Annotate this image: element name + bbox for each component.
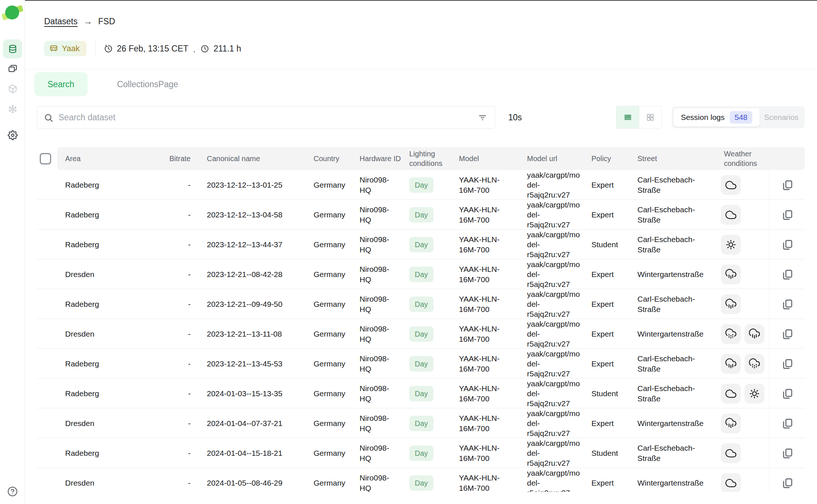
scenarios-segment[interactable]: Scenarios [760, 113, 803, 122]
cell-canonical-name: 2024-01-05--08-46-29 [199, 478, 305, 488]
col-header-hardware-id[interactable]: Hardware ID [351, 154, 401, 163]
col-header-street[interactable]: Street [629, 154, 716, 163]
cell-policy: Expert [583, 418, 629, 429]
session-logs-segment[interactable]: Session logs 548 [673, 108, 760, 127]
col-header-weather-conditions[interactable]: Weather conditions [716, 149, 769, 168]
copy-button[interactable] [779, 475, 796, 491]
list-view-button[interactable] [616, 106, 639, 128]
cell-model-url: yaak/cargpt/model-r5ajq2ru:v27 [519, 230, 583, 260]
copy-button[interactable] [779, 386, 796, 402]
col-header-area[interactable]: Area [57, 154, 162, 163]
sidebar-item-packages[interactable] [3, 79, 22, 98]
cell-hardware-id: Niro098-HQ [351, 354, 401, 374]
tab-collections-page[interactable]: CollectionsPage [104, 72, 191, 96]
cell-hardware-id: Niro098-HQ [351, 234, 401, 255]
cell-lighting: Day [401, 207, 451, 223]
table-row[interactable]: Radeberg - 2023-12-12--13-04-58 Germany … [37, 200, 805, 230]
day-badge: Day [409, 177, 434, 193]
copy-icon [781, 179, 793, 191]
breadcrumb: Datasets → FSD [44, 16, 805, 26]
cell-policy: Expert [583, 478, 629, 488]
cell-canonical-name: 2023-12-21--13-11-08 [199, 329, 305, 339]
day-badge: Day [409, 416, 434, 431]
cell-area: Radeberg [57, 448, 162, 458]
cell-area: Radeberg [57, 239, 162, 250]
cell-weather [716, 205, 769, 225]
copy-icon [781, 388, 793, 400]
copy-button[interactable] [779, 207, 796, 223]
section-divider [25, 69, 817, 70]
copy-button[interactable] [779, 415, 796, 432]
copy-icon [781, 209, 793, 221]
copy-button[interactable] [779, 296, 796, 313]
app-logo[interactable] [3, 4, 22, 23]
sidebar-item-graph[interactable] [3, 99, 22, 118]
copy-icon [781, 328, 793, 340]
cell-weather [716, 354, 769, 374]
col-header-canonical-name[interactable]: Canonical name [199, 154, 305, 163]
sidebar [0, 0, 25, 504]
col-header-lighting-conditions[interactable]: Lighting conditions [401, 149, 451, 168]
tabs: Search CollectionsPage [34, 72, 817, 96]
cell-country: Germany [305, 478, 351, 488]
cell-model: YAAK-HLN-16M-700 [451, 383, 519, 404]
cell-model-url: yaak/cargpt/model-r5ajq2ru:v27 [519, 438, 583, 468]
cell-street: Carl-Eschebach-Straße [629, 354, 716, 374]
copy-button[interactable] [779, 356, 796, 372]
cell-country: Germany [305, 448, 351, 458]
table-row[interactable]: Radeberg - 2024-01-03--15-13-35 Germany … [37, 379, 805, 408]
sidebar-item-datasets[interactable] [3, 39, 22, 58]
sidebar-item-settings[interactable] [3, 125, 22, 145]
table-row[interactable]: Dresden - 2023-12-21--08-42-28 Germany N… [37, 259, 805, 289]
table-row[interactable]: Dresden - 2024-01-05--08-46-29 Germany N… [37, 468, 805, 492]
copy-button[interactable] [779, 445, 796, 462]
col-header-policy[interactable]: Policy [583, 154, 629, 163]
col-header-bitrate[interactable]: Bitrate [162, 154, 199, 163]
cloud-icon [721, 443, 741, 463]
col-header-model-url[interactable]: Model url [519, 154, 583, 163]
tab-collections-page-label: CollectionsPage [117, 79, 178, 89]
sidebar-item-collections[interactable] [3, 58, 22, 78]
copy-button[interactable] [779, 326, 796, 342]
copy-button[interactable] [779, 237, 796, 253]
cell-weather [716, 414, 769, 433]
cell-model-url: yaak/cargpt/model-r5ajq2ru:v27 [519, 259, 583, 290]
table-row[interactable]: Radeberg - 2023-12-12--13-44-37 Germany … [37, 230, 805, 259]
drizzle-icon [745, 354, 764, 374]
rain-icon [745, 324, 764, 344]
table-row[interactable]: Radeberg - 2023-12-21--09-49-50 Germany … [37, 289, 805, 319]
col-header-country[interactable]: Country [305, 154, 351, 163]
cell-area: Dresden [57, 329, 162, 339]
cell-model: YAAK-HLN-16M-700 [451, 354, 519, 374]
cell-canonical-name: 2023-12-12--13-44-37 [199, 239, 305, 250]
cell-model: YAAK-HLN-16M-700 [451, 443, 519, 464]
search-input[interactable] [37, 106, 495, 128]
cell-actions [769, 468, 805, 492]
copy-button[interactable] [779, 266, 796, 283]
total-duration: 211.1 h [200, 44, 241, 54]
table-row[interactable]: Radeberg - 2023-12-12--13-01-25 Germany … [37, 170, 805, 200]
cell-canonical-name: 2024-01-04--15-18-21 [199, 448, 305, 458]
cell-country: Germany [305, 210, 351, 220]
cell-weather [716, 443, 769, 463]
filter-icon[interactable] [478, 113, 487, 123]
tab-search[interactable]: Search [34, 72, 88, 96]
divider [95, 41, 96, 56]
database-icon [8, 44, 18, 54]
help-button[interactable] [7, 486, 18, 497]
vehicle-badge[interactable]: Yaak [44, 41, 86, 56]
table-row[interactable]: Dresden - 2023-12-21--13-11-08 Germany N… [37, 319, 805, 349]
copy-button[interactable] [779, 177, 796, 194]
day-badge: Day [409, 446, 434, 461]
table-row[interactable]: Dresden - 2024-01-04--07-37-21 Germany N… [37, 408, 805, 438]
grid-view-button[interactable] [639, 106, 661, 128]
col-header-model[interactable]: Model [451, 154, 519, 163]
cell-bitrate: - [162, 359, 199, 369]
breadcrumb-datasets-link[interactable]: Datasets [44, 17, 78, 26]
table-row[interactable]: Radeberg - 2024-01-04--15-18-21 Germany … [37, 438, 805, 468]
history-clock-icon [104, 44, 113, 53]
table-row[interactable]: Radeberg - 2023-12-21--13-45-53 Germany … [37, 349, 805, 379]
select-all-checkbox[interactable] [40, 153, 51, 164]
cell-actions [769, 170, 805, 200]
cell-hardware-id: Niro098-HQ [351, 294, 401, 315]
